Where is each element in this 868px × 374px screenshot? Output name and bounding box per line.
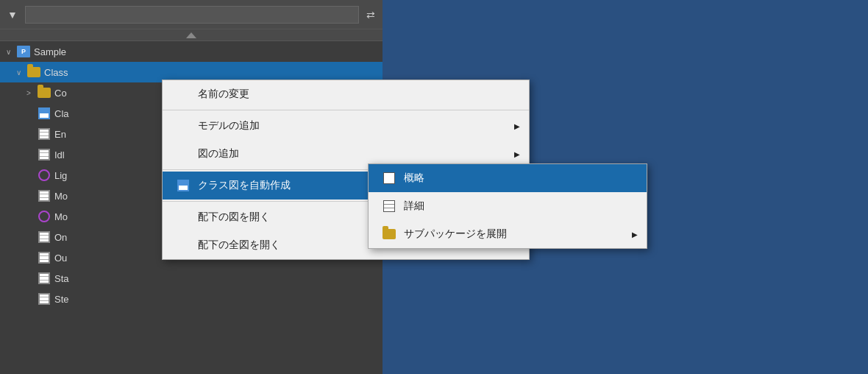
expand-arrow: > <box>26 89 37 97</box>
enum-icon <box>37 188 51 203</box>
enum-icon <box>37 292 51 306</box>
menu-item-label: モデルの追加 <box>198 119 260 133</box>
tree-item-label: Ste <box>54 294 69 305</box>
tree-item-label: Co <box>54 88 67 99</box>
enum-icon <box>37 250 51 265</box>
tree-item-label: En <box>54 129 66 140</box>
menu-item-label: クラス図を自動作成 <box>198 179 291 192</box>
submenu-arrow-icon: ▶ <box>514 122 520 130</box>
scroll-indicator <box>0 29 383 41</box>
tree-item-label: Ou <box>54 253 67 264</box>
interface-icon <box>37 168 51 183</box>
tree-item-sta[interactable]: Sta <box>0 268 383 289</box>
tree-item-label: Cla <box>54 108 69 119</box>
menu-item-label: 図の追加 <box>198 147 239 160</box>
submenu-item-detail[interactable]: 詳細 <box>369 192 647 220</box>
submenu-item-label: 詳細 <box>404 200 424 213</box>
class-icon <box>37 106 51 121</box>
submenu-item-label: 概略 <box>404 172 424 185</box>
interface-icon <box>37 209 51 224</box>
menu-item-rename[interactable]: 名前の変更 <box>163 80 529 108</box>
outline-icon <box>380 172 398 184</box>
submenu-item-label: サブパッケージを展開 <box>404 227 507 241</box>
folder-icon <box>26 65 41 80</box>
menu-item-add-model[interactable]: モデルの追加 ▶ <box>163 112 529 140</box>
folder-icon <box>37 85 51 100</box>
enum-icon <box>37 230 51 244</box>
tree-item-label: Mo <box>54 191 68 202</box>
tree-item-ste[interactable]: Ste <box>0 289 383 309</box>
menu-item-label: 配下の図を開く <box>198 211 270 224</box>
menu-item-label: 名前の変更 <box>198 88 249 101</box>
subpackage-folder-icon <box>380 229 398 239</box>
toolbar: ▼ ⇄ <box>0 0 383 29</box>
tree-item-label: Mo <box>54 211 68 222</box>
sync-button[interactable]: ⇄ <box>363 7 378 22</box>
tree-item-label: Sample <box>34 46 66 57</box>
submenu-item-subpackage[interactable]: サブパッケージを展開 ▶ <box>369 220 647 248</box>
class-diagram-icon <box>174 180 192 191</box>
filter-button[interactable]: ▼ <box>4 7 21 22</box>
tree-item-label: Class <box>44 67 68 78</box>
tree-item-sample[interactable]: ∨ P Sample <box>0 41 383 62</box>
tree-item-label: Sta <box>54 273 69 284</box>
submenu-item-outline[interactable]: 概略 <box>369 164 647 192</box>
tree-item-label: On <box>54 232 67 243</box>
submenu: 概略 詳細 サブパッケージを展開 ▶ <box>368 163 647 249</box>
scroll-up-arrow <box>186 32 196 38</box>
package-icon: P <box>16 44 31 59</box>
menu-item-label: 配下の全図を開く <box>198 239 280 252</box>
tree-item-label: Idl <box>54 149 65 160</box>
expand-arrow: ∨ <box>16 68 26 77</box>
enum-icon <box>37 271 51 286</box>
detail-icon <box>380 200 398 212</box>
submenu-arrow-icon: ▶ <box>514 150 520 158</box>
menu-separator-1 <box>163 110 529 110</box>
expand-arrow: ∨ <box>6 48 16 56</box>
enum-icon <box>37 127 51 141</box>
enum-icon <box>37 147 51 162</box>
submenu-arrow-icon: ▶ <box>632 230 638 239</box>
tree-item-label: Lig <box>54 170 67 181</box>
search-input[interactable] <box>25 6 359 24</box>
